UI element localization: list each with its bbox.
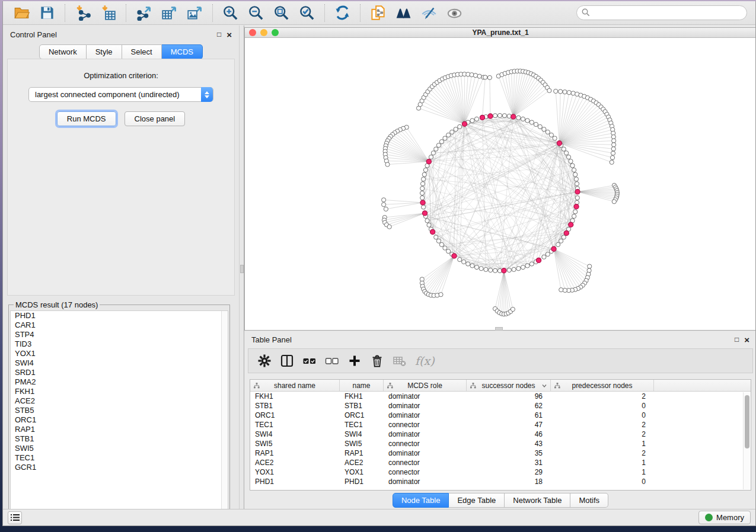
mcds-result-item[interactable]: TID3 bbox=[11, 339, 228, 349]
table-cell[interactable]: 31 bbox=[467, 459, 551, 467]
table-cell[interactable]: dominator bbox=[384, 430, 467, 438]
table-cell[interactable]: TEC1 bbox=[250, 421, 340, 429]
table-cell[interactable]: 62 bbox=[467, 402, 551, 410]
export-network-icon[interactable] bbox=[136, 5, 152, 21]
table-cell[interactable]: 1 bbox=[551, 459, 654, 467]
mcds-result-item[interactable]: SRD1 bbox=[11, 368, 228, 377]
tab-network[interactable]: Network bbox=[39, 44, 87, 59]
node-table[interactable]: shared namenameMCDS rolesuccessor nodesp… bbox=[250, 379, 751, 491]
table-row[interactable]: SWI4SWI4dominator462 bbox=[250, 430, 751, 439]
table-scrollbar[interactable] bbox=[743, 392, 750, 489]
table-cell[interactable]: STB1 bbox=[250, 402, 340, 410]
float-panel-icon[interactable]: □ bbox=[217, 31, 221, 39]
run-mcds-button[interactable]: Run MCDS bbox=[57, 111, 116, 126]
delete-column-icon[interactable] bbox=[370, 354, 384, 368]
mcds-result-item[interactable]: STB1 bbox=[11, 434, 228, 444]
tab-network-table[interactable]: Network Table bbox=[505, 493, 570, 508]
table-cell[interactable]: 29 bbox=[467, 468, 551, 476]
table-cell[interactable]: PHD1 bbox=[250, 477, 340, 486]
column-header-name[interactable]: name bbox=[340, 380, 384, 391]
table-scrollbar-thumb[interactable] bbox=[745, 395, 749, 448]
close-panel-button[interactable]: Close panel bbox=[125, 111, 186, 126]
open-file-icon[interactable] bbox=[14, 5, 30, 21]
search-input[interactable] bbox=[576, 5, 747, 20]
table-row[interactable]: YOX1YOX1connector291 bbox=[250, 467, 751, 477]
table-cell[interactable]: SWI4 bbox=[250, 430, 340, 438]
mcds-result-item[interactable]: SWI4 bbox=[11, 358, 228, 368]
column-header-mcds-role[interactable]: MCDS role bbox=[384, 380, 467, 391]
table-cell[interactable]: connector bbox=[384, 459, 467, 467]
table-cell[interactable]: YOX1 bbox=[250, 468, 340, 476]
mcds-result-item[interactable]: STB5 bbox=[11, 406, 228, 415]
memory-button[interactable]: Memory bbox=[698, 511, 751, 524]
criterion-select[interactable]: largest connected component (undirected) bbox=[28, 87, 213, 102]
tab-select[interactable]: Select bbox=[122, 44, 162, 59]
tab-node-table[interactable]: Node Table bbox=[393, 493, 449, 508]
save-session-icon[interactable] bbox=[39, 5, 55, 21]
table-cell[interactable]: 47 bbox=[467, 421, 551, 429]
close-panel-icon[interactable]: × bbox=[227, 31, 232, 39]
table-cell[interactable]: TEC1 bbox=[340, 421, 384, 429]
mcds-result-item[interactable]: ACE2 bbox=[11, 396, 228, 406]
tab-mcds[interactable]: MCDS bbox=[162, 44, 203, 59]
mcds-result-item[interactable]: TEC1 bbox=[11, 453, 228, 463]
zoom-fit-icon[interactable] bbox=[273, 5, 289, 21]
table-cell[interactable]: 61 bbox=[467, 411, 551, 419]
table-cell[interactable]: dominator bbox=[384, 449, 467, 457]
mcds-list-scrollbar[interactable] bbox=[221, 311, 228, 520]
show-panels-list-button[interactable] bbox=[8, 511, 22, 524]
tab-style[interactable]: Style bbox=[87, 44, 122, 59]
columns-icon[interactable] bbox=[280, 354, 294, 368]
column-header-shared-name[interactable]: shared name bbox=[250, 380, 340, 391]
settings-gear-icon[interactable] bbox=[257, 354, 272, 368]
network-window-titlebar[interactable]: YPA_prune.txt_1 bbox=[245, 28, 756, 38]
mcds-result-item[interactable]: YOX1 bbox=[11, 349, 228, 358]
table-cell[interactable]: FKH1 bbox=[250, 392, 340, 400]
table-cell[interactable]: ACE2 bbox=[250, 459, 340, 467]
table-row[interactable]: ORC1ORC1dominator610 bbox=[250, 411, 751, 420]
mcds-result-item[interactable]: GCR1 bbox=[11, 463, 228, 472]
column-header-successor-nodes[interactable]: successor nodes bbox=[467, 380, 551, 391]
zoom-in-icon[interactable] bbox=[222, 5, 238, 21]
table-cell[interactable]: FKH1 bbox=[340, 392, 384, 400]
table-cell[interactable]: 43 bbox=[467, 440, 551, 448]
table-cell[interactable]: 1 bbox=[551, 440, 654, 448]
column-header-predecessor-nodes[interactable]: predecessor nodes bbox=[551, 380, 654, 391]
table-cell[interactable]: connector bbox=[384, 468, 467, 476]
table-cell[interactable]: SWI5 bbox=[340, 440, 384, 448]
refresh-icon[interactable] bbox=[334, 5, 350, 21]
first-neighbors-icon[interactable] bbox=[395, 5, 412, 21]
table-row[interactable]: SWI5SWI5connector431 bbox=[250, 439, 751, 448]
table-cell[interactable]: SWI4 bbox=[340, 430, 384, 438]
close-table-panel-icon[interactable]: × bbox=[744, 336, 749, 344]
table-cell[interactable]: YOX1 bbox=[340, 468, 384, 476]
mcds-result-item[interactable]: SWI5 bbox=[11, 444, 228, 453]
table-row[interactable]: STB1STB1dominator620 bbox=[250, 401, 751, 411]
table-cell[interactable]: connector bbox=[384, 421, 467, 429]
tab-edge-table[interactable]: Edge Table bbox=[449, 493, 505, 508]
table-cell[interactable]: connector bbox=[384, 440, 467, 448]
table-cell[interactable]: 18 bbox=[467, 477, 551, 486]
table-cell[interactable]: dominator bbox=[384, 411, 467, 419]
network-canvas[interactable] bbox=[245, 38, 756, 330]
table-cell[interactable]: 35 bbox=[467, 449, 551, 457]
zoom-out-icon[interactable] bbox=[248, 5, 264, 21]
table-cell[interactable]: dominator bbox=[384, 392, 467, 400]
splitter-grip[interactable] bbox=[240, 265, 244, 273]
table-row[interactable]: FKH1FKH1dominator962 bbox=[250, 392, 751, 401]
table-cell[interactable]: ORC1 bbox=[340, 411, 384, 419]
zoom-selected-icon[interactable] bbox=[299, 5, 315, 21]
export-image-icon[interactable] bbox=[187, 5, 203, 21]
show-all-icon[interactable] bbox=[446, 5, 462, 21]
table-cell[interactable]: PHD1 bbox=[340, 477, 384, 486]
float-table-panel-icon[interactable]: □ bbox=[735, 336, 739, 344]
new-network-from-selection-icon[interactable] bbox=[370, 5, 386, 21]
import-network-icon[interactable] bbox=[75, 5, 91, 21]
table-cell[interactable]: dominator bbox=[384, 402, 467, 410]
mcds-result-item[interactable]: FKH1 bbox=[11, 387, 228, 396]
table-cell[interactable]: 46 bbox=[467, 430, 551, 438]
table-cell[interactable]: 2 bbox=[551, 421, 654, 429]
table-cell[interactable]: 2 bbox=[551, 392, 654, 400]
add-column-icon[interactable] bbox=[347, 354, 362, 368]
table-row[interactable]: TEC1TEC1connector472 bbox=[250, 420, 751, 430]
